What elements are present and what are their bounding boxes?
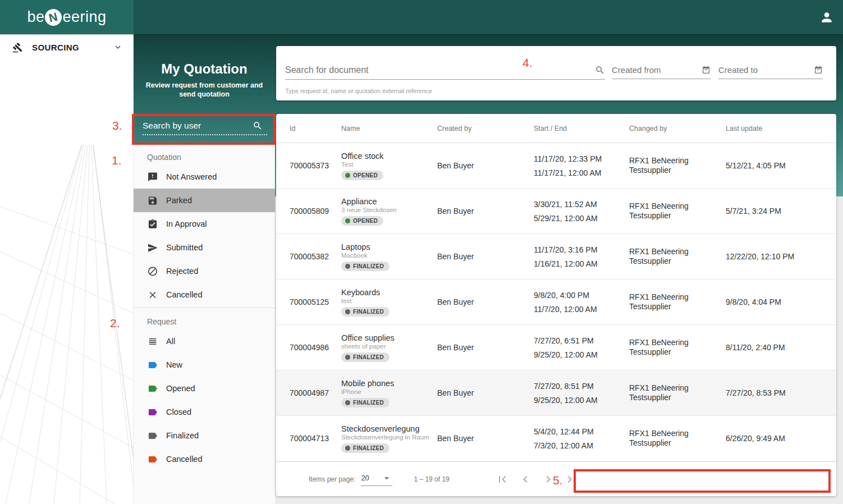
menu-item-all[interactable]: All [134,329,275,353]
logo-n-mark: N [43,7,63,27]
cell-created-by: Ben Buyer [437,388,534,397]
table-row[interactable]: 700005125 Keyboards test FINALIZED Ben B… [276,280,836,325]
annotation-5: 5. [553,474,563,487]
cell-id: 700005809 [290,207,341,216]
close-icon [147,290,158,300]
status-dot [345,264,350,269]
menu-item-request-cancelled[interactable]: Cancelled [134,447,275,471]
created-to-field [718,65,823,79]
top-app-bar: beNeering [0,0,843,34]
label-icon [147,430,158,441]
user-account-button[interactable] [819,10,834,25]
table-row[interactable]: 700005809 Appliance 3 neue Steckdosen OP… [276,189,836,234]
cell-created-by: Ben Buyer [437,207,534,216]
gavel-icon [12,42,23,53]
column-header-changed-by: Changed by [629,125,726,132]
last-page-icon[interactable] [565,473,578,486]
search-by-user-box [134,115,275,144]
menu-item-not-answered[interactable]: Not Answered [134,165,275,189]
cell-name: Steckdosenverlegung Steckdosenverlegung … [341,424,437,453]
menu-item-closed[interactable]: Closed [134,400,275,424]
page-range-label: 1 – 19 of 19 [414,475,481,483]
cell-last-update: 8/11/20, 2:40 PM [726,343,836,352]
table-row[interactable]: 700004987 Mobile phones iPhone FINALIZED… [276,370,836,416]
search-by-user-input[interactable] [143,121,248,131]
cell-changed-by: RFX1 BeNeering Testsupplier [629,292,726,311]
label-icon [147,407,158,418]
cell-last-update: 5/7/21, 3:24 PM [726,207,836,216]
page-title: My Quotation [134,61,275,77]
menu-item-quotation-cancelled[interactable]: Cancelled [134,283,275,306]
cell-created-by: Ben Buyer [437,252,534,261]
table-row[interactable]: 700004986 Office supplies sheets of pape… [276,325,836,370]
column-header-last-update: Last update [726,125,836,132]
menu-item-new[interactable]: New [134,353,275,377]
menu-item-parked[interactable]: Parked [134,189,275,212]
status-dot [345,400,350,405]
approval-icon [147,219,158,230]
items-per-page-label: Items per page: [309,475,355,483]
table-row[interactable]: 700005373 Office stock Test OPENED Ben B… [276,143,836,189]
column-header-id: Id [290,125,341,132]
cell-last-update: 12/22/20, 12:10 PM [726,252,836,261]
column-header-start-end: Start / End [534,125,629,132]
feedback-icon [147,172,158,182]
cell-last-update: 9/8/20, 4:04 PM [726,297,836,306]
cell-id: 700004987 [290,388,341,397]
sidebar-item-sourcing[interactable]: SOURCING [0,34,133,60]
table-row[interactable]: 700004713 Steckdosenverlegung Steckdosen… [276,416,836,461]
status-filter-menu: Quotation Not Answered Parked In Approva… [134,144,275,504]
items-per-page-select[interactable]: 20 [361,473,392,486]
cell-changed-by: RFX1 BeNeering Testsupplier [629,201,726,221]
menu-item-rejected[interactable]: Rejected [134,259,275,283]
cell-name: Laptops Macbook FINALIZED [341,242,437,271]
cell-created-by: Ben Buyer [437,343,534,352]
status-badge: FINALIZED [341,398,390,407]
label-icon [147,454,158,465]
beneering-logo: beNeering [27,8,106,26]
logo-area: beNeering [0,0,134,34]
created-from-input[interactable] [612,65,702,75]
cell-changed-by: RFX1 BeNeering Testsupplier [629,247,726,266]
cell-id: 700005125 [290,297,341,306]
annotation-2: 2. [110,317,120,330]
quotation-section-label: Quotation [134,144,275,165]
cell-id: 700005373 [290,161,341,170]
status-badge: OPENED [341,216,383,226]
cell-created-by: Ben Buyer [437,434,534,443]
cell-start-end: 11/17/20, 12:33 PM11/17/21, 12:00 AM [534,155,629,177]
dropdown-arrow-icon [381,473,392,484]
chevron-down-icon[interactable] [113,42,123,52]
calendar-icon[interactable] [702,66,711,75]
block-icon [147,266,158,277]
annotation-3: 3. [112,119,122,132]
document-search-input[interactable] [285,65,595,75]
chevron-left-icon[interactable] [519,473,532,486]
cell-changed-by: RFX1 BeNeering Testsupplier [629,338,726,357]
cell-id: 700005382 [290,252,341,261]
cell-last-update: 7/27/20, 8:53 PM [726,388,836,397]
person-icon [819,10,834,25]
menu-item-finalized[interactable]: Finalized [134,424,275,447]
sourcing-label: SOURCING [32,43,113,52]
cell-start-end: 7/27/20, 6:51 PM9/25/20, 12:00 AM [534,337,629,359]
status-dot [345,355,350,360]
cell-last-update: 6/26/20, 9:49 AM [726,434,836,443]
cell-start-end: 5/4/20, 12:44 PM7/3/20, 12:00 AM [534,428,629,450]
menu-item-opened[interactable]: Opened [134,377,275,400]
cell-changed-by: RFX1 BeNeering Testsupplier [629,156,726,175]
document-search-hint: Type request id, name or quotation exter… [285,88,432,94]
column-header-name: Name [341,125,437,132]
save-icon [147,195,158,206]
created-to-input[interactable] [718,65,814,75]
menu-item-in-approval[interactable]: In Approval [134,212,275,236]
calendar-icon[interactable] [814,66,823,75]
document-search-field [285,65,605,80]
cell-name: Office stock Test OPENED [341,152,437,180]
request-section-label: Request [134,308,275,329]
cell-start-end: 7/27/20, 8:51 PM9/25/20, 12:00 AM [534,382,629,404]
table-row[interactable]: 700005382 Laptops Macbook FINALIZED Ben … [276,234,836,280]
menu-item-submitted[interactable]: Submitted [134,236,275,259]
first-page-icon[interactable] [496,473,509,486]
cell-changed-by: RFX1 BeNeering Testsupplier [629,429,726,448]
